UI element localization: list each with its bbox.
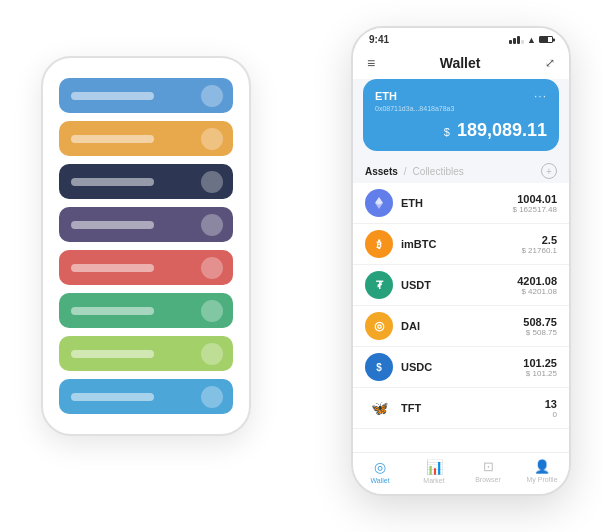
card-orange xyxy=(59,121,233,156)
card-icon xyxy=(201,214,223,236)
browser-icon: ⊡ xyxy=(483,459,494,474)
card-light-green xyxy=(59,336,233,371)
eth-card[interactable]: ETH ··· 0x08711d3a...8418a78a3 $ 189,089… xyxy=(363,79,559,151)
card-icon xyxy=(201,300,223,322)
nav-label-market: Market xyxy=(423,477,444,484)
assets-header: Assets / Collectibles + xyxy=(353,159,569,183)
chart-icon: 📊 xyxy=(426,459,443,475)
assets-tabs: Assets / Collectibles xyxy=(365,166,464,177)
card-sky xyxy=(59,379,233,414)
list-item[interactable]: ETH 1004.01 $ 162517.48 xyxy=(353,183,569,224)
nav-item-wallet[interactable]: ◎ Wallet xyxy=(353,459,407,484)
eth-card-title: ETH xyxy=(375,90,397,102)
list-item[interactable]: ◎ DAI 508.75 $ 508.75 xyxy=(353,306,569,347)
list-item[interactable]: 🦋 TFT 13 0 xyxy=(353,388,569,429)
card-text xyxy=(71,221,154,229)
wallet-icon: ◎ xyxy=(374,459,386,475)
signal-bar-4 xyxy=(521,40,524,44)
eth-balance-value: 189,089.11 xyxy=(452,120,547,140)
list-item[interactable]: ₿ imBTC 2.5 $ 21760.1 xyxy=(353,224,569,265)
nav-item-browser[interactable]: ⊡ Browser xyxy=(461,459,515,484)
expand-icon[interactable]: ⤢ xyxy=(545,56,555,70)
card-text xyxy=(71,135,154,143)
usdt-icon: ₮ xyxy=(365,271,393,299)
card-red xyxy=(59,250,233,285)
card-icon xyxy=(201,386,223,408)
card-dark xyxy=(59,164,233,199)
battery-fill xyxy=(540,37,548,42)
dollar-sign: $ xyxy=(444,126,450,138)
tft-icon: 🦋 xyxy=(365,394,393,422)
asset-amount-usd: $ 162517.48 xyxy=(513,205,558,214)
eth-address: 0x08711d3a...8418a78a3 xyxy=(375,105,547,112)
card-text xyxy=(71,350,154,358)
battery-icon xyxy=(539,36,553,43)
status-time: 9:41 xyxy=(369,34,389,45)
asset-amount-usd: $ 508.75 xyxy=(523,328,557,337)
list-item[interactable]: $ USDC 101.25 $ 101.25 xyxy=(353,347,569,388)
card-text xyxy=(71,264,154,272)
card-blue xyxy=(59,78,233,113)
wifi-icon: ▲ xyxy=(527,35,536,45)
asset-name: USDC xyxy=(401,361,523,373)
hamburger-icon[interactable]: ≡ xyxy=(367,55,375,71)
asset-amount-usd: $ 4201.08 xyxy=(517,287,557,296)
asset-amounts: 13 0 xyxy=(545,398,557,419)
signal-bar-2 xyxy=(513,38,516,44)
asset-amounts: 508.75 $ 508.75 xyxy=(523,316,557,337)
asset-amount-usd: $ 21760.1 xyxy=(521,246,557,255)
asset-amount-main: 13 xyxy=(545,398,557,410)
tab-divider: / xyxy=(404,166,407,177)
asset-amount-usd: $ 101.25 xyxy=(523,369,557,378)
asset-amount-main: 508.75 xyxy=(523,316,557,328)
card-icon xyxy=(201,128,223,150)
bottom-nav: ◎ Wallet 📊 Market ⊡ Browser 👤 My Profile xyxy=(353,452,569,494)
card-icon xyxy=(201,343,223,365)
nav-item-market[interactable]: 📊 Market xyxy=(407,459,461,484)
nav-item-profile[interactable]: 👤 My Profile xyxy=(515,459,569,484)
asset-amount-main: 2.5 xyxy=(521,234,557,246)
profile-icon: 👤 xyxy=(534,459,550,474)
collectibles-tab[interactable]: Collectibles xyxy=(413,166,464,177)
list-item[interactable]: ₮ USDT 4201.08 $ 4201.08 xyxy=(353,265,569,306)
front-phone: 9:41 ▲ ≡ Wallet ⤢ ETH xyxy=(351,26,571,496)
eth-card-dots[interactable]: ··· xyxy=(534,89,547,103)
scene: 9:41 ▲ ≡ Wallet ⤢ ETH xyxy=(21,16,581,516)
asset-amount-usd: 0 xyxy=(545,410,557,419)
back-phone xyxy=(41,56,251,436)
asset-amounts: 101.25 $ 101.25 xyxy=(523,357,557,378)
asset-amounts: 1004.01 $ 162517.48 xyxy=(513,193,558,214)
status-bar: 9:41 ▲ xyxy=(353,28,569,49)
signal-bar-3 xyxy=(517,36,520,44)
card-icon xyxy=(201,257,223,279)
nav-label-browser: Browser xyxy=(475,476,501,483)
asset-name: USDT xyxy=(401,279,517,291)
card-text xyxy=(71,178,154,186)
add-asset-button[interactable]: + xyxy=(541,163,557,179)
asset-list: ETH 1004.01 $ 162517.48 ₿ imBTC 2.5 $ 21… xyxy=(353,183,569,452)
card-purple xyxy=(59,207,233,242)
asset-name: imBTC xyxy=(401,238,521,250)
card-green xyxy=(59,293,233,328)
card-text xyxy=(71,393,154,401)
asset-amounts: 2.5 $ 21760.1 xyxy=(521,234,557,255)
card-icon xyxy=(201,85,223,107)
eth-icon xyxy=(365,189,393,217)
asset-name: ETH xyxy=(401,197,513,209)
asset-amount-main: 101.25 xyxy=(523,357,557,369)
card-text xyxy=(71,307,154,315)
usdc-icon: $ xyxy=(365,353,393,381)
asset-amount-main: 4201.08 xyxy=(517,275,557,287)
nav-label-wallet: Wallet xyxy=(370,477,389,484)
asset-amounts: 4201.08 $ 4201.08 xyxy=(517,275,557,296)
eth-balance: $ 189,089.11 xyxy=(375,120,547,141)
assets-tab-active[interactable]: Assets xyxy=(365,166,398,177)
signal-bar-1 xyxy=(509,40,512,44)
status-icons: ▲ xyxy=(509,35,553,45)
eth-card-header: ETH ··· xyxy=(375,89,547,103)
nav-header: ≡ Wallet ⤢ xyxy=(353,49,569,79)
asset-name: DAI xyxy=(401,320,523,332)
nav-label-profile: My Profile xyxy=(526,476,557,483)
asset-name: TFT xyxy=(401,402,545,414)
card-icon xyxy=(201,171,223,193)
